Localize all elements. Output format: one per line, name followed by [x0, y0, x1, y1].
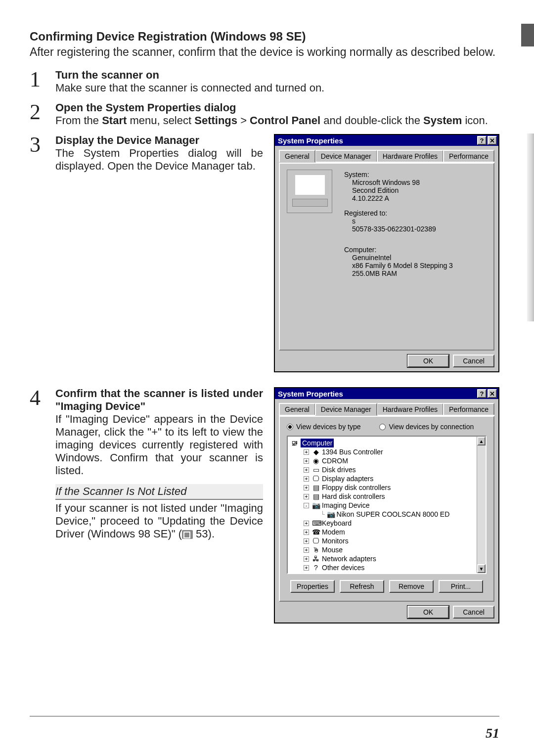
- device-icon: ◉: [312, 456, 320, 465]
- tab-performance[interactable]: Performance: [443, 403, 494, 415]
- computer-heading: Computer:: [344, 246, 487, 254]
- close-button[interactable]: ✕: [488, 136, 497, 145]
- device-icon: ◆: [312, 447, 320, 456]
- expand-icon[interactable]: +: [304, 476, 309, 482]
- device-icon: 🖧: [312, 554, 320, 563]
- cancel-button[interactable]: Cancel: [453, 606, 494, 619]
- tree-item-label: Modem: [322, 528, 345, 536]
- s2-b3: Control Panel: [250, 114, 320, 127]
- tab-performance[interactable]: Performance: [443, 150, 494, 162]
- tree-item[interactable]: +🖵Display adapters: [289, 474, 485, 483]
- expand-icon[interactable]: +: [304, 574, 309, 575]
- device-tree[interactable]: 🖳 Computer +◆1394 Bus Controller+◉CDROM+…: [287, 436, 487, 574]
- intro-text: After registering the scanner, confirm t…: [30, 45, 499, 59]
- expand-icon[interactable]: +: [304, 547, 309, 553]
- scroll-down-icon[interactable]: ▼: [477, 564, 486, 573]
- expand-icon[interactable]: +: [304, 521, 309, 526]
- s2-b2: Settings: [194, 114, 237, 127]
- device-icon: ▣: [312, 572, 320, 574]
- computer-icon: 🖳: [291, 439, 299, 447]
- step-3-text: The System Properties dialog will be dis…: [55, 147, 263, 172]
- tab-hardware-profiles[interactable]: Hardware Profiles: [377, 403, 444, 415]
- expand-icon[interactable]: +: [304, 467, 309, 473]
- help-button[interactable]: ?: [477, 136, 487, 145]
- radio-view-by-connection[interactable]: View devices by connection: [379, 423, 474, 431]
- cancel-button[interactable]: Cancel: [453, 355, 494, 367]
- expand-icon[interactable]: +: [304, 494, 309, 499]
- ok-button[interactable]: OK: [407, 355, 449, 367]
- remove-button[interactable]: Remove: [389, 580, 434, 593]
- tree-item[interactable]: +?Other devices: [289, 563, 485, 572]
- panel-general: System: Microsoft Windows 98 Second Edit…: [279, 163, 494, 351]
- s2-post: icon.: [462, 114, 488, 127]
- tree-item-label: Mouse: [322, 545, 343, 554]
- expand-icon[interactable]: +: [304, 485, 309, 490]
- tree-item-label: Imaging Device: [322, 501, 370, 510]
- note-page: 53).: [193, 528, 215, 540]
- scroll-up-icon[interactable]: ▲: [477, 437, 486, 445]
- help-button[interactable]: ?: [477, 389, 487, 398]
- close-button[interactable]: ✕: [488, 389, 497, 398]
- tree-item[interactable]: +▭Disk drives: [289, 465, 485, 474]
- properties-button[interactable]: Properties: [290, 580, 335, 593]
- expand-icon[interactable]: +: [304, 530, 309, 535]
- tree-item[interactable]: +▣PCMCIA socket: [289, 572, 485, 574]
- expand-icon[interactable]: +: [304, 556, 309, 562]
- tree-item[interactable]: +◉CDROM: [289, 456, 485, 465]
- step-4-row: 4 Confirm that the scanner is listed und…: [30, 387, 499, 623]
- radio1-label: View devices by type: [296, 423, 360, 431]
- step-2-title: Open the System Properties dialog: [55, 101, 499, 114]
- tree-item[interactable]: +🖵Monitors: [289, 536, 485, 545]
- tree-item[interactable]: +🖱Mouse: [289, 545, 485, 554]
- tree-item[interactable]: -📷Imaging Device: [289, 501, 485, 510]
- tree-root[interactable]: 🖳 Computer: [289, 439, 485, 447]
- tab-device-manager[interactable]: Device Manager: [315, 403, 377, 416]
- s2-m1: menu, select: [127, 114, 194, 127]
- radio-view-by-type[interactable]: View devices by type: [287, 423, 360, 431]
- registered-line2: 50578-335-0622301-02389: [344, 225, 487, 233]
- scrollbar[interactable]: ▲ ▼: [477, 437, 486, 573]
- expand-icon[interactable]: -: [304, 503, 309, 508]
- tree-item-label: Keyboard: [322, 519, 352, 528]
- s2-pre: From the: [55, 114, 102, 127]
- computer-line3: 255.0MB RAM: [344, 269, 487, 277]
- print-button[interactable]: Print...: [439, 580, 483, 593]
- step-2-number: 2: [30, 101, 55, 127]
- tree-item-label: CDROM: [322, 456, 348, 465]
- step-3: 3 Display the Device Manager The System …: [30, 134, 263, 173]
- radio-dot-icon: [379, 424, 386, 430]
- tree-item[interactable]: +🖧Network adapters: [289, 554, 485, 563]
- tab-device-manager[interactable]: Device Manager: [315, 150, 377, 162]
- thumb-tab: [521, 24, 534, 46]
- expand-icon[interactable]: +: [304, 538, 309, 544]
- system-line2: Second Edition: [344, 186, 487, 194]
- refresh-button[interactable]: Refresh: [340, 580, 384, 593]
- note-pre: If your scanner is not listed under "Ima…: [55, 502, 263, 540]
- tree-item[interactable]: └📷Nikon SUPER COOLSCAN 8000 ED: [289, 510, 485, 519]
- step-4-number: 4: [30, 387, 55, 540]
- ok-button[interactable]: OK: [407, 606, 449, 619]
- tree-item[interactable]: +▤Hard disk controllers: [289, 492, 485, 501]
- computer-illustration: [287, 170, 332, 277]
- tree-item[interactable]: +▤Floppy disk controllers: [289, 483, 485, 492]
- tab-general[interactable]: General: [279, 403, 315, 415]
- tree-item-label: Other devices: [322, 563, 364, 572]
- expand-icon[interactable]: +: [304, 449, 309, 455]
- expand-icon[interactable]: +: [304, 565, 309, 571]
- step-1: 1 Turn the scanner on Make sure that the…: [30, 69, 499, 94]
- tree-item[interactable]: +☎Modem: [289, 528, 485, 536]
- dialog-general: System Properties ? ✕ General Device Man…: [274, 134, 499, 372]
- tree-connector-icon: └: [320, 510, 325, 519]
- section-heading: Confirming Device Registration (Windows …: [30, 30, 499, 44]
- titlebar-general: System Properties ? ✕: [275, 135, 498, 146]
- tree-item[interactable]: +◆1394 Bus Controller: [289, 447, 485, 456]
- registered-heading: Registered to:: [344, 209, 487, 217]
- tree-item[interactable]: +⌨Keyboard: [289, 519, 485, 528]
- computer-icon: [287, 170, 332, 213]
- tab-general[interactable]: General: [279, 150, 315, 163]
- tab-hardware-profiles[interactable]: Hardware Profiles: [377, 150, 444, 162]
- page-ref-icon: [182, 530, 193, 539]
- expand-icon[interactable]: +: [304, 458, 309, 464]
- panel-devmgr: View devices by type View devices by con…: [279, 416, 494, 602]
- radio-dot-icon: [287, 424, 293, 430]
